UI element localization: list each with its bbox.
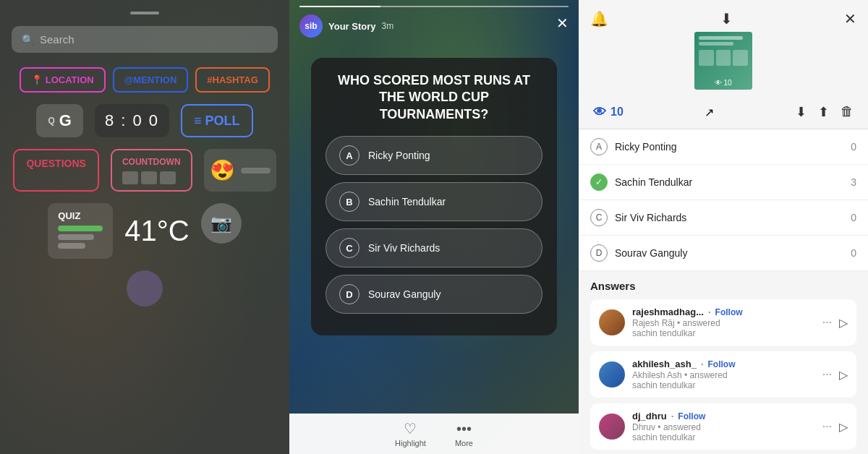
emoji-sticker[interactable]: 😍	[204, 149, 276, 192]
bottom-decoration	[127, 270, 163, 307]
poll-name-c: Sir Viv Richards	[615, 212, 843, 223]
delete-action-icon[interactable]: 🗑	[841, 104, 854, 120]
send-button-1[interactable]: ▷	[839, 316, 848, 330]
poll-letter-b	[590, 174, 608, 191]
answer-text-1: sachin tendulkar	[632, 328, 695, 338]
sticker-row-3: QUESTIONS COUNTDOWN 😍	[12, 149, 278, 192]
time-sticker[interactable]: 8 : 0 0	[95, 104, 169, 137]
answer-item-1: rajeshmadhag... · Follow Rajesh Rāj • an…	[590, 299, 856, 346]
gif-sticker[interactable]: Q G	[36, 104, 82, 137]
poll-count-c: 0	[851, 212, 856, 223]
poll-count-d: 0	[851, 247, 856, 259]
follow-button-2[interactable]: Follow	[708, 359, 736, 369]
hashtag-sticker[interactable]: #HASHTAG	[195, 67, 270, 93]
poll-result-d: D Sourav Ganguly 0	[579, 236, 868, 271]
poll-sticker[interactable]: ≡ POLL	[181, 104, 253, 137]
poll-letter-a: A	[590, 138, 608, 155]
poll-count-b: 3	[851, 176, 856, 188]
quiz-option-d[interactable]: D Sourav Ganguly	[326, 275, 542, 314]
quiz-card: WHO SCORED MOST RUNS AT THE WORLD CUP TO…	[311, 58, 557, 335]
more-options-1[interactable]: ···	[822, 316, 832, 329]
poll-letter-d: D	[590, 244, 608, 262]
answer-detail-3: Dhruv • answered sachin tendulkar	[632, 422, 815, 442]
poll-name-d: Sourav Ganguly	[615, 247, 843, 259]
eye-icon: 👁	[593, 105, 606, 120]
answered-1: answered	[683, 318, 720, 328]
mention-sticker[interactable]: @MENTION	[113, 67, 189, 93]
answer-text-2: sachin tendulkar	[632, 380, 695, 390]
close-insights-icon[interactable]: ✕	[844, 10, 856, 27]
option-text-b: Sachin Tendulkar	[368, 196, 446, 207]
story-username: Your Story	[328, 21, 376, 32]
follow-button-1[interactable]: Follow	[715, 307, 743, 317]
poll-count-a: 0	[851, 141, 856, 153]
answer-username-2: akhilesh_ash_	[632, 359, 697, 369]
answer-avatar-1	[599, 309, 625, 335]
quiz-option-a[interactable]: A Ricky Ponting	[326, 136, 542, 175]
share-action-icon[interactable]: ⬆	[818, 104, 829, 120]
download-icon[interactable]: ⬇	[720, 10, 733, 27]
trend-icon[interactable]: ↗	[705, 106, 714, 119]
search-icon: 🔍	[22, 34, 34, 46]
search-placeholder: Search	[40, 33, 75, 46]
answer-avatar-3	[599, 414, 625, 440]
dot-1: ·	[708, 307, 711, 317]
more-icon: •••	[456, 421, 472, 437]
poll-name-b: Sachin Tendulkar	[615, 176, 843, 188]
answer-actions-1: ··· ▷	[822, 316, 848, 330]
answer-item-3: dj_dhru · Follow Dhruv • answered sachin…	[590, 403, 856, 450]
answer-detail-2: Akhilesh Ash • answered sachin tendulkar	[632, 370, 815, 390]
view-number: 10	[610, 106, 624, 119]
poll-results: A Ricky Ponting 0 Sachin Tendulkar 3 C S…	[579, 129, 868, 271]
highlight-label: Highlight	[395, 439, 426, 447]
answer-username-1: rajeshmadhag...	[632, 307, 704, 317]
quiz-question: WHO SCORED MOST RUNS AT THE WORLD CUP TO…	[326, 72, 542, 123]
questions-sticker[interactable]: QUESTIONS	[13, 149, 98, 192]
quiz-option-c[interactable]: C Sir Viv Richards	[326, 228, 542, 267]
follow-button-3[interactable]: Follow	[678, 411, 705, 421]
answers-section: Answers rajeshmadhag... · Follow Rajesh …	[579, 271, 868, 450]
answer-username-3: dj_dhru	[632, 411, 667, 421]
story-progress-fill	[299, 6, 380, 7]
story-thumbnail: 👁 10	[694, 32, 752, 90]
more-button[interactable]: ••• More	[455, 421, 473, 447]
answer-avatar-2	[599, 361, 625, 387]
quiz-option-b[interactable]: B Sachin Tendulkar	[326, 182, 542, 221]
close-button[interactable]: ✕	[556, 14, 569, 32]
more-options-2[interactable]: ···	[822, 368, 832, 381]
camera-sticker[interactable]: 📷	[201, 203, 242, 244]
option-letter-b: B	[339, 192, 359, 212]
option-text-c: Sir Viv Richards	[368, 242, 440, 254]
poll-result-a: A Ricky Ponting 0	[579, 129, 868, 165]
story-progress-bar	[299, 6, 569, 7]
option-letter-c: C	[339, 238, 359, 258]
option-text-d: Sourav Ganguly	[368, 288, 441, 300]
insights-actions: 👁 10 ↗ ⬇ ⬆ 🗑	[579, 95, 868, 129]
real-name-3: Dhruv	[632, 422, 655, 432]
quiz-sticker[interactable]: QUIZ	[48, 203, 113, 259]
highlight-icon: ♡	[404, 420, 417, 437]
story-time: 3m	[382, 21, 394, 31]
location-sticker[interactable]: 📍 LOCATION	[20, 67, 106, 93]
more-options-3[interactable]: ···	[822, 420, 832, 433]
send-button-3[interactable]: ▷	[839, 420, 848, 434]
real-name-1: Rajesh Rāj	[632, 318, 675, 328]
download-action-icon[interactable]: ⬇	[796, 104, 807, 120]
poll-result-c: C Sir Viv Richards 0	[579, 200, 868, 236]
notification-icon[interactable]: 🔔	[590, 10, 608, 27]
answer-info-1: rajeshmadhag... · Follow Rajesh Rāj • an…	[632, 307, 815, 338]
send-button-2[interactable]: ▷	[839, 368, 848, 382]
search-bar[interactable]: 🔍 Search	[12, 26, 278, 53]
thumb-view-count: 10	[723, 79, 731, 87]
option-text-a: Ricky Ponting	[368, 150, 430, 161]
highlight-button[interactable]: ♡ Highlight	[395, 420, 426, 447]
more-label: More	[455, 439, 473, 447]
poll-letter-c: C	[590, 209, 608, 226]
answer-item-2: akhilesh_ash_ · Follow Akhilesh Ash • an…	[590, 351, 856, 398]
sticker-row-2: Q G 8 : 0 0 ≡ POLL	[12, 104, 278, 137]
action-icons: ⬇ ⬆ 🗑	[796, 104, 854, 120]
insights-top-bar: 🔔 ⬇ ✕	[579, 0, 868, 32]
story-panel: sib Your Story 3m ✕ WHO SCORED MOST RUNS…	[289, 0, 579, 454]
temperature-sticker[interactable]: 41°C	[124, 203, 189, 259]
countdown-sticker[interactable]: COUNTDOWN	[111, 149, 192, 192]
